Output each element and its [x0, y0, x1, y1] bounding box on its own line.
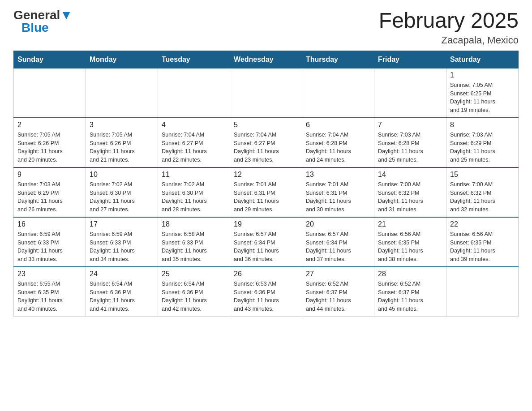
day-info: Sunrise: 7:05 AMSunset: 6:26 PMDaylight:…	[17, 131, 82, 164]
calendar-cell: 4Sunrise: 7:04 AMSunset: 6:27 PMDaylight…	[158, 118, 230, 167]
day-number: 3	[90, 121, 154, 129]
day-info: Sunrise: 6:58 AMSunset: 6:33 PMDaylight:…	[162, 230, 226, 264]
day-info: Sunrise: 7:02 AMSunset: 6:30 PMDaylight:…	[90, 180, 154, 214]
day-info: Sunrise: 7:04 AMSunset: 6:27 PMDaylight:…	[234, 131, 298, 164]
month-title: February 2025	[379, 9, 519, 33]
calendar-cell	[230, 68, 302, 118]
calendar-cell	[14, 68, 86, 118]
calendar-cell: 1Sunrise: 7:05 AMSunset: 6:25 PMDaylight…	[446, 68, 519, 118]
calendar-cell: 24Sunrise: 6:54 AMSunset: 6:36 PMDayligh…	[86, 267, 158, 317]
page-header: General▼ Blue February 2025 Zacapala, Me…	[13, 9, 519, 46]
logo-arrow-icon: ▼	[60, 8, 73, 22]
weekday-header-wednesday: Wednesday	[230, 51, 302, 68]
day-number: 21	[378, 220, 442, 228]
day-info: Sunrise: 7:03 AMSunset: 6:28 PMDaylight:…	[378, 131, 442, 164]
day-info: Sunrise: 7:03 AMSunset: 6:29 PMDaylight:…	[17, 180, 82, 214]
day-number: 6	[306, 121, 370, 129]
day-info: Sunrise: 7:02 AMSunset: 6:30 PMDaylight:…	[162, 180, 226, 214]
day-info: Sunrise: 7:04 AMSunset: 6:28 PMDaylight:…	[306, 131, 370, 164]
calendar-cell: 23Sunrise: 6:55 AMSunset: 6:35 PMDayligh…	[14, 267, 86, 317]
calendar-cell: 17Sunrise: 6:59 AMSunset: 6:33 PMDayligh…	[86, 217, 158, 267]
calendar-cell: 8Sunrise: 7:03 AMSunset: 6:29 PMDaylight…	[446, 118, 519, 167]
day-number: 7	[378, 121, 442, 129]
day-number: 4	[162, 121, 226, 129]
location: Zacapala, Mexico	[379, 34, 519, 46]
calendar-week-row: 23Sunrise: 6:55 AMSunset: 6:35 PMDayligh…	[14, 267, 519, 317]
day-number: 28	[378, 270, 442, 278]
day-info: Sunrise: 6:57 AMSunset: 6:34 PMDaylight:…	[234, 230, 298, 264]
day-info: Sunrise: 7:01 AMSunset: 6:31 PMDaylight:…	[306, 180, 370, 214]
day-info: Sunrise: 7:05 AMSunset: 6:25 PMDaylight:…	[450, 81, 515, 115]
day-info: Sunrise: 6:54 AMSunset: 6:36 PMDaylight:…	[90, 280, 154, 313]
calendar-cell: 12Sunrise: 7:01 AMSunset: 6:31 PMDayligh…	[230, 167, 302, 217]
day-info: Sunrise: 6:56 AMSunset: 6:35 PMDaylight:…	[450, 230, 515, 264]
day-number: 10	[90, 171, 154, 179]
calendar-cell: 15Sunrise: 7:00 AMSunset: 6:32 PMDayligh…	[446, 167, 519, 217]
calendar-table: SundayMondayTuesdayWednesdayThursdayFrid…	[13, 51, 519, 317]
calendar-cell: 13Sunrise: 7:01 AMSunset: 6:31 PMDayligh…	[302, 167, 374, 217]
calendar-cell: 10Sunrise: 7:02 AMSunset: 6:30 PMDayligh…	[86, 167, 158, 217]
day-number: 12	[234, 171, 298, 179]
day-number: 8	[450, 121, 515, 129]
day-info: Sunrise: 7:05 AMSunset: 6:26 PMDaylight:…	[90, 131, 154, 164]
day-number: 13	[306, 171, 370, 179]
day-info: Sunrise: 6:52 AMSunset: 6:37 PMDaylight:…	[378, 280, 442, 313]
day-number: 20	[306, 220, 370, 228]
calendar-week-row: 2Sunrise: 7:05 AMSunset: 6:26 PMDaylight…	[14, 118, 519, 167]
calendar-cell: 9Sunrise: 7:03 AMSunset: 6:29 PMDaylight…	[14, 167, 86, 217]
weekday-header-tuesday: Tuesday	[158, 51, 230, 68]
calendar-cell: 19Sunrise: 6:57 AMSunset: 6:34 PMDayligh…	[230, 217, 302, 267]
logo-blue-text: Blue	[21, 21, 49, 34]
day-info: Sunrise: 6:59 AMSunset: 6:33 PMDaylight:…	[17, 230, 82, 264]
logo: General▼ Blue	[13, 9, 73, 34]
day-info: Sunrise: 7:01 AMSunset: 6:31 PMDaylight:…	[234, 180, 298, 214]
logo-general-text: General▼	[13, 9, 73, 21]
day-info: Sunrise: 6:57 AMSunset: 6:34 PMDaylight:…	[306, 230, 370, 264]
day-number: 11	[162, 171, 226, 179]
day-info: Sunrise: 6:52 AMSunset: 6:37 PMDaylight:…	[306, 280, 370, 313]
calendar-cell: 14Sunrise: 7:00 AMSunset: 6:32 PMDayligh…	[374, 167, 446, 217]
calendar-week-row: 16Sunrise: 6:59 AMSunset: 6:33 PMDayligh…	[14, 217, 519, 267]
calendar-cell: 22Sunrise: 6:56 AMSunset: 6:35 PMDayligh…	[446, 217, 519, 267]
day-number: 9	[17, 171, 82, 179]
day-number: 1	[450, 71, 515, 79]
calendar-cell: 6Sunrise: 7:04 AMSunset: 6:28 PMDaylight…	[302, 118, 374, 167]
calendar-cell: 16Sunrise: 6:59 AMSunset: 6:33 PMDayligh…	[14, 217, 86, 267]
day-info: Sunrise: 7:03 AMSunset: 6:29 PMDaylight:…	[450, 131, 515, 164]
calendar-cell	[446, 267, 519, 317]
calendar-cell: 21Sunrise: 6:56 AMSunset: 6:35 PMDayligh…	[374, 217, 446, 267]
day-info: Sunrise: 6:55 AMSunset: 6:35 PMDaylight:…	[17, 280, 82, 313]
day-info: Sunrise: 6:56 AMSunset: 6:35 PMDaylight:…	[378, 230, 442, 264]
weekday-header-thursday: Thursday	[302, 51, 374, 68]
calendar-cell: 28Sunrise: 6:52 AMSunset: 6:37 PMDayligh…	[374, 267, 446, 317]
day-info: Sunrise: 7:00 AMSunset: 6:32 PMDaylight:…	[450, 180, 515, 214]
calendar-cell: 25Sunrise: 6:54 AMSunset: 6:36 PMDayligh…	[158, 267, 230, 317]
day-number: 27	[306, 270, 370, 278]
calendar-cell: 18Sunrise: 6:58 AMSunset: 6:33 PMDayligh…	[158, 217, 230, 267]
calendar-cell	[302, 68, 374, 118]
title-block: February 2025 Zacapala, Mexico	[379, 9, 519, 46]
calendar-cell: 2Sunrise: 7:05 AMSunset: 6:26 PMDaylight…	[14, 118, 86, 167]
calendar-cell: 27Sunrise: 6:52 AMSunset: 6:37 PMDayligh…	[302, 267, 374, 317]
weekday-header-sunday: Sunday	[14, 51, 86, 68]
calendar-week-row: 1Sunrise: 7:05 AMSunset: 6:25 PMDaylight…	[14, 68, 519, 118]
day-number: 18	[162, 220, 226, 228]
day-number: 5	[234, 121, 298, 129]
day-info: Sunrise: 7:04 AMSunset: 6:27 PMDaylight:…	[162, 131, 226, 164]
day-number: 24	[90, 270, 154, 278]
day-info: Sunrise: 6:59 AMSunset: 6:33 PMDaylight:…	[90, 230, 154, 264]
weekday-header-row: SundayMondayTuesdayWednesdayThursdayFrid…	[14, 51, 519, 68]
calendar-cell: 5Sunrise: 7:04 AMSunset: 6:27 PMDaylight…	[230, 118, 302, 167]
calendar-cell	[158, 68, 230, 118]
calendar-cell: 3Sunrise: 7:05 AMSunset: 6:26 PMDaylight…	[86, 118, 158, 167]
day-number: 25	[162, 270, 226, 278]
calendar-cell: 26Sunrise: 6:53 AMSunset: 6:36 PMDayligh…	[230, 267, 302, 317]
weekday-header-friday: Friday	[374, 51, 446, 68]
day-number: 2	[17, 121, 82, 129]
day-number: 23	[17, 270, 82, 278]
day-number: 15	[450, 171, 515, 179]
calendar-cell: 11Sunrise: 7:02 AMSunset: 6:30 PMDayligh…	[158, 167, 230, 217]
day-number: 26	[234, 270, 298, 278]
day-info: Sunrise: 6:53 AMSunset: 6:36 PMDaylight:…	[234, 280, 298, 313]
weekday-header-saturday: Saturday	[446, 51, 519, 68]
